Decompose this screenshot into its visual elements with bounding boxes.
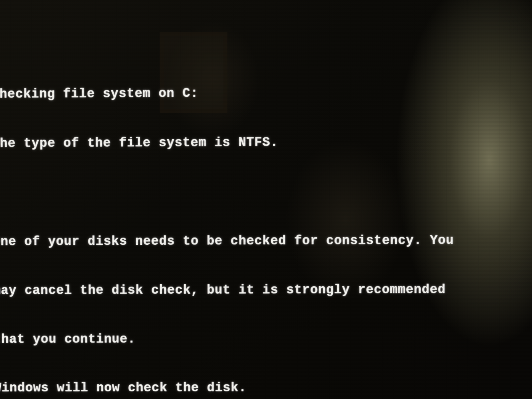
- console-line-msg2: may cancel the disk check, but it is str…: [0, 281, 532, 299]
- console-line-msg1: One of your disks needs to be checked fo…: [0, 232, 532, 250]
- console-line-header2: The type of the file system is NTFS.: [0, 133, 532, 152]
- console-line-header1: Checking file system on C:: [0, 83, 532, 103]
- console-blank: [0, 183, 532, 201]
- console-line-msg3: that you continue.: [0, 331, 532, 348]
- chkdsk-console: Checking file system on C: The type of t…: [0, 50, 532, 399]
- console-line-msg4: Windows will now check the disk.: [0, 379, 532, 396]
